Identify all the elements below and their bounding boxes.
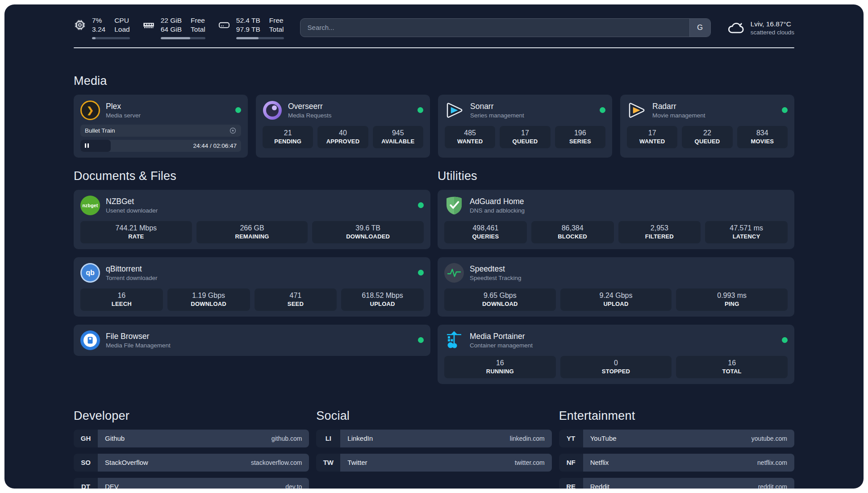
app-subtitle: Torrent downloader bbox=[106, 275, 158, 281]
app-card-radarr[interactable]: Radarr Movie management 17 WANTED 22 QUE… bbox=[620, 95, 794, 158]
circle-dot-icon[interactable] bbox=[229, 127, 237, 134]
app-subtitle: Usenet downloader bbox=[106, 207, 158, 214]
stat-tile: 0.993 ms PING bbox=[676, 288, 788, 311]
weather-condition: scattered clouds bbox=[751, 29, 794, 36]
playback-progress-bar[interactable]: 24:44 / 02:06:47 bbox=[80, 140, 241, 152]
cpu-icon bbox=[74, 19, 86, 31]
app-card-filebrowser[interactable]: File Browser Media File Management bbox=[74, 325, 430, 356]
stat-tile: 266 GB REMAINING bbox=[196, 221, 308, 243]
link-row-netflix[interactable]: NF Netflix netflix.com bbox=[559, 454, 794, 472]
stat-tile: 0 STOPPED bbox=[560, 356, 672, 378]
app-title: Sonarr bbox=[470, 102, 524, 111]
app-card-adguard[interactable]: AdGuard Home DNS and adblocking 498,461 … bbox=[438, 190, 794, 249]
search-input[interactable] bbox=[300, 19, 689, 37]
app-subtitle: Media Requests bbox=[288, 112, 332, 119]
app-subtitle: DNS and adblocking bbox=[470, 207, 525, 214]
app-subtitle: Media server bbox=[106, 112, 141, 119]
link-row-dev[interactable]: DT DEV dev.to bbox=[74, 478, 309, 489]
link-abbr: LI bbox=[316, 430, 340, 447]
stat-tile: 16 TOTAL bbox=[676, 356, 788, 378]
app-card-sonarr[interactable]: Sonarr Series management 485 WANTED 17 Q… bbox=[438, 95, 612, 158]
app-card-speedtest[interactable]: Speedtest Speedtest Tracking 9.65 Gbps D… bbox=[438, 257, 794, 317]
status-dot-online bbox=[235, 107, 241, 113]
stat-tile: 16 LEECH bbox=[80, 288, 163, 311]
stat-tile: 485 WANTED bbox=[445, 126, 495, 148]
status-dot-online bbox=[417, 107, 423, 113]
sonarr-icon bbox=[445, 100, 464, 120]
disk-progress-fill bbox=[236, 37, 259, 39]
app-title: Media Portainer bbox=[470, 332, 533, 341]
stat-tile: 744.21 Mbps RATE bbox=[80, 221, 192, 243]
link-label: Netflix bbox=[590, 459, 609, 466]
section-utilities: Utilities AdGuard Home DNS and adblockin… bbox=[438, 169, 794, 384]
section-title-developer: Developer bbox=[74, 409, 309, 423]
pause-icon bbox=[85, 143, 86, 148]
stat-tile: 618.52 Mbps UPLOAD bbox=[341, 288, 424, 311]
stat-tile: 17 QUEUED bbox=[500, 126, 550, 148]
stat-tile: 2,953 FILTERED bbox=[618, 221, 701, 243]
ram-progress-bar bbox=[161, 37, 205, 39]
playback-time: 24:44 / 02:06:47 bbox=[193, 142, 241, 149]
stat-tile: 16 RUNNING bbox=[444, 356, 556, 378]
link-abbr: SO bbox=[74, 454, 98, 472]
app-card-portainer[interactable]: Media Portainer Container management 16 … bbox=[438, 325, 794, 384]
link-abbr: NF bbox=[559, 454, 583, 472]
section-title-entertainment: Entertainment bbox=[559, 409, 794, 423]
playback-progress-fill bbox=[80, 140, 111, 152]
ram-icon bbox=[142, 19, 155, 31]
link-label: Github bbox=[105, 435, 125, 442]
link-url: netflix.com bbox=[757, 459, 787, 466]
now-playing-row: Bullet Train bbox=[80, 125, 241, 137]
ram-values: 22 GiB64 GiB bbox=[161, 16, 182, 34]
ram-progress-fill bbox=[161, 37, 190, 39]
link-url: dev.to bbox=[285, 483, 302, 489]
weather-location-temp: Lviv, 16.87°C bbox=[751, 20, 794, 29]
status-dot-online bbox=[600, 107, 605, 113]
cpu-stat: 7%3.24 CPULoad bbox=[74, 16, 130, 39]
link-row-github[interactable]: GH Github github.com bbox=[74, 430, 309, 447]
link-row-reddit[interactable]: RE Reddit reddit.com bbox=[559, 478, 794, 489]
status-dot-online bbox=[418, 270, 424, 276]
app-subtitle: Series management bbox=[470, 112, 524, 119]
app-title: Speedtest bbox=[470, 264, 522, 274]
app-subtitle: Container management bbox=[470, 342, 533, 349]
stat-tile: 21 PENDING bbox=[263, 126, 313, 148]
system-stats: 7%3.24 CPULoad bbox=[74, 16, 284, 39]
stat-tile: 945 AVAILABLE bbox=[373, 126, 423, 148]
cpu-labels: CPULoad bbox=[114, 16, 129, 34]
link-abbr: TW bbox=[316, 454, 340, 472]
section-documents: Documents & Files nzbget NZBGet Usenet d… bbox=[74, 169, 430, 384]
speedtest-icon bbox=[444, 263, 464, 283]
stat-tile: 1.19 Gbps DOWNLOAD bbox=[167, 288, 250, 311]
qbittorrent-icon: qb bbox=[80, 263, 100, 283]
app-card-overseerr[interactable]: Overseerr Media Requests 21 PENDING 40 A… bbox=[256, 95, 430, 158]
section-title-documents: Documents & Files bbox=[74, 169, 430, 183]
stat-tile: 86,384 BLOCKED bbox=[531, 221, 614, 243]
app-card-qbittorrent[interactable]: qb qBittorrent Torrent downloader 16 LEE… bbox=[74, 257, 430, 317]
app-title: Radarr bbox=[652, 102, 705, 111]
header: 7%3.24 CPULoad bbox=[74, 16, 794, 39]
weather-widget: Lviv, 16.87°C scattered clouds bbox=[727, 19, 794, 37]
link-url: youtube.com bbox=[751, 435, 787, 442]
stat-tile: 47.571 ms LATENCY bbox=[705, 221, 788, 243]
app-subtitle: Speedtest Tracking bbox=[470, 275, 522, 281]
link-url: reddit.com bbox=[758, 483, 787, 489]
disk-progress-bar bbox=[236, 37, 284, 39]
link-row-twitter[interactable]: TW Twitter twitter.com bbox=[316, 454, 551, 472]
stat-tile: 40 APPROVED bbox=[317, 126, 368, 148]
ram-stat: 22 GiB64 GiB FreeTotal bbox=[142, 16, 205, 39]
stat-tile: 22 QUEUED bbox=[682, 126, 732, 148]
app-card-plex[interactable]: ❯ Plex Media server Bullet Train bbox=[74, 95, 248, 158]
app-card-nzbget[interactable]: nzbget NZBGet Usenet downloader 744.21 M… bbox=[74, 190, 430, 249]
link-label: YouTube bbox=[590, 435, 617, 442]
link-url: twitter.com bbox=[515, 459, 545, 466]
link-row-linkedin[interactable]: LI LinkedIn linkedin.com bbox=[316, 430, 551, 447]
link-row-stackoverflow[interactable]: SO StackOverflow stackoverflow.com bbox=[74, 454, 309, 472]
search-engine-button[interactable]: G bbox=[689, 19, 710, 37]
stat-tile: 498,461 QUERIES bbox=[444, 221, 527, 243]
stat-tile: 39.6 TB DOWNLOADED bbox=[312, 221, 424, 243]
link-abbr: DT bbox=[74, 478, 98, 489]
cpu-values: 7%3.24 bbox=[92, 16, 105, 34]
link-row-youtube[interactable]: YT YouTube youtube.com bbox=[559, 430, 794, 447]
section-title-social: Social bbox=[316, 409, 551, 423]
